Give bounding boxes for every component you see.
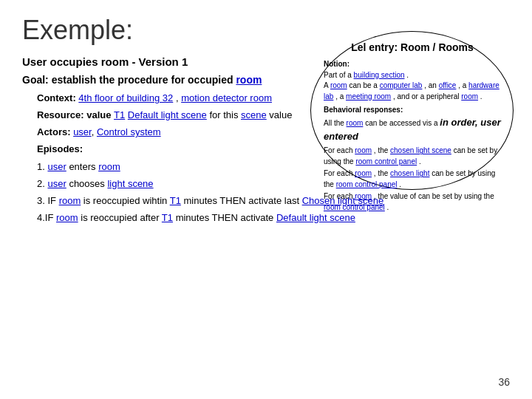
ep1-user[interactable]: user	[47, 161, 66, 172]
notion-peripheral[interactable]: room	[461, 92, 478, 100]
notion-partof: Part of a	[324, 71, 354, 79]
actors-label: Actors:	[37, 126, 73, 137]
ep1-room[interactable]: room	[98, 161, 120, 172]
foreach1-the: , the	[372, 146, 390, 154]
context-label: Context:	[37, 92, 78, 103]
page-container: Exemple: User occupies room - Version 1 …	[0, 0, 532, 399]
foreach1-dot: .	[417, 157, 421, 166]
ep4-t1[interactable]: T1	[162, 212, 173, 223]
callout-notion-text2: A room can be a computer lab , an office…	[324, 81, 501, 102]
notion-canbe: can be a	[347, 81, 380, 89]
resource-t1[interactable]: T1	[114, 109, 125, 120]
ep4-room[interactable]: room	[56, 212, 78, 223]
foreach1-room[interactable]: room	[355, 146, 372, 154]
notion-sep2: , a	[456, 81, 468, 89]
foreach2-room[interactable]: room	[355, 169, 372, 177]
resource-for: for this	[207, 109, 241, 120]
actors-user[interactable]: user	[73, 126, 92, 137]
ep4-default[interactable]: Default light scene	[276, 212, 355, 223]
foreach3-line: For each room , the value of can be set …	[324, 191, 501, 213]
callout-behavioral-text: All the room can be accessed vis a in or…	[324, 116, 501, 144]
episodes-text: Episodes:	[37, 143, 83, 154]
behavioral-all: All the	[324, 119, 347, 127]
behavioral-label: Behavioral responses:	[324, 106, 403, 114]
ep1-enters: enters	[66, 161, 98, 172]
ep2-scene[interactable]: light scene	[107, 178, 153, 189]
goal-text: Goal: establish the procedure for occupi…	[22, 74, 236, 86]
ep3-num: 3. IF	[37, 195, 59, 206]
resource-scene[interactable]: scene	[241, 109, 267, 120]
foreach2-text: For each	[324, 169, 355, 177]
callout-behavioral-label: Behavioral responses:	[324, 105, 501, 116]
notion-complab[interactable]: computer lab	[380, 81, 423, 89]
resource-val: value	[267, 109, 293, 120]
ep2-num: 2.	[37, 178, 47, 189]
ep3-t1[interactable]: T1	[170, 195, 181, 206]
behavioral-accessed: can be accessed vis a	[363, 119, 440, 127]
foreach2-line: For each room , the chosen light can be …	[324, 168, 501, 190]
ep1-num: 1.	[37, 161, 47, 172]
resource-default[interactable]: Default light scene	[128, 109, 207, 120]
foreach1-line: For each room , the chosen light scene c…	[324, 146, 501, 167]
notion-dot1: .	[405, 71, 409, 79]
foreach3-room[interactable]: room	[355, 192, 372, 200]
ep4-num: 4.IF	[37, 212, 56, 223]
notion-link1[interactable]: building section	[354, 71, 405, 79]
ep2-user[interactable]: user	[47, 178, 66, 189]
notion-office[interactable]: office	[439, 81, 457, 89]
foreach3-rest: , the value of	[372, 192, 418, 200]
callout-notion-label: Notion:	[324, 59, 501, 70]
foreach3-dot: .	[385, 203, 389, 211]
ep3-room[interactable]: room	[59, 195, 81, 206]
ep4-text2: minutes THEN activate	[173, 212, 276, 223]
notion-meeting[interactable]: meeting room	[346, 92, 391, 100]
foreach2-the: , the	[372, 169, 390, 177]
callout-title: Lel entry: Room / Rooms	[324, 40, 501, 55]
context-link2[interactable]: motion detector room	[181, 92, 272, 103]
notion-label: Notion:	[324, 60, 349, 68]
page-number: 36	[498, 376, 510, 388]
foreach1-panel[interactable]: room control panel	[355, 157, 417, 166]
callout-container: Lel entry: Room / Rooms Notion: Part of …	[310, 31, 517, 194]
notion-a: A	[324, 81, 330, 89]
ep4-text1: is reoccupied after	[78, 212, 162, 223]
actors-sep: ,	[92, 126, 97, 137]
notion-dot2: .	[478, 92, 482, 100]
behavioral-room-link[interactable]: room	[347, 119, 364, 127]
resource-label: Resource: value	[37, 109, 114, 120]
context-link1[interactable]: 4th floor of building 32	[78, 92, 173, 103]
content-area: User occupies room - Version 1 Goal: est…	[22, 53, 510, 228]
foreach3-text: For each	[324, 192, 355, 200]
foreach2-chosen[interactable]: chosen light	[390, 169, 429, 177]
foreach3-panel[interactable]: room control panel	[324, 203, 385, 211]
foreach1-text: For each	[324, 146, 355, 154]
notion-sep3: , a	[333, 92, 346, 100]
callout-notion-text1: Part of a building section .	[324, 70, 501, 81]
actors-control[interactable]: Control system	[97, 126, 161, 137]
foreach2-panel[interactable]: room control panel	[336, 180, 398, 188]
foreach3-can: can be set by using the	[418, 192, 494, 200]
notion-sep1: , an	[422, 81, 438, 89]
foreach2-dot: .	[398, 180, 402, 188]
ep2-chooses: chooses	[66, 178, 108, 189]
foreach1-chosen[interactable]: chosen light scene	[390, 146, 451, 154]
notion-room[interactable]: room	[330, 81, 347, 89]
ep3-text2: minutes THEN activate last	[181, 195, 302, 206]
callout-content: Lel entry: Room / Rooms Notion: Part of …	[324, 40, 501, 213]
context-sep: ,	[173, 92, 181, 103]
goal-link[interactable]: room	[236, 74, 262, 86]
notion-sep4: , and or a peripheral	[391, 92, 461, 100]
ep3-text1: is reoccupied wihtin	[81, 195, 169, 206]
